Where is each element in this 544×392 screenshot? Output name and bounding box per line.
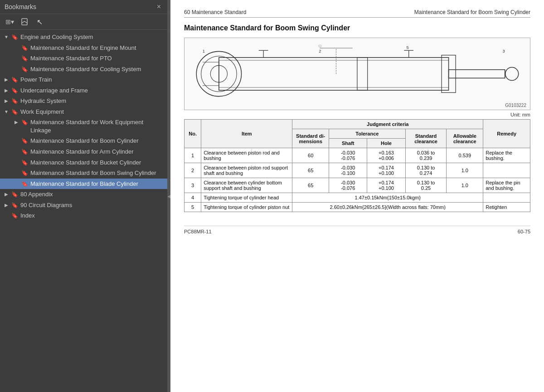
table-row: 5 Tightening torque of cylinder piston n… <box>185 203 530 212</box>
col-header-tolerance: Tolerance <box>329 129 406 139</box>
expand-icon: ▶ <box>3 191 10 198</box>
cell-stdclear: 0.130 to 0.274 <box>405 163 447 178</box>
cylinder-svg: 1 2 5 3 □ <box>193 42 521 106</box>
svg-rect-4 <box>219 58 449 90</box>
svg-text:3: 3 <box>503 49 505 53</box>
sidebar-item-bucket-cylinder[interactable]: 🔖 Maintenance Standard for Bucket Cylind… <box>0 157 167 168</box>
svg-text:□: □ <box>319 44 321 48</box>
sidebar-item-hydraulic[interactable]: ▶ 🔖 Hydraulic System <box>0 96 167 106</box>
table-row: 1 Clearance between piston rod and bushi… <box>185 148 530 163</box>
sidebar-title: Bookmarks <box>5 3 36 10</box>
cell-hole: +0.174 +0.100 <box>367 178 405 193</box>
page-title: Maintenance Standard for Boom Swing Cyli… <box>184 24 530 32</box>
sidebar-item-blade-cylinder[interactable]: 🔖 Maintenance Standard for Blade Cylinde… <box>0 179 167 189</box>
expand-icon: ▼ <box>3 109 10 115</box>
table-row: 2 Clearance between piston rod support s… <box>185 163 530 178</box>
cell-hole: +0.174 +0.100 <box>367 163 405 178</box>
cursor-icon: ↖ <box>37 18 43 26</box>
sidebar-item-label: Undercarriage and Frame <box>20 87 165 95</box>
sidebar-item-label: Work Equipment <box>20 108 165 116</box>
sidebar-item-label: Maintenance Standard for Boom Cylinder <box>30 137 165 145</box>
sidebar-item-power-train[interactable]: ▶ 🔖 Power Train <box>0 74 167 85</box>
sidebar-item-label: Power Train <box>20 76 165 84</box>
cell-stddim: 60 <box>292 148 329 163</box>
sidebar-item-appendix[interactable]: ▶ 🔖 80 Appendix <box>0 189 167 200</box>
cell-remedy <box>483 193 530 203</box>
sidebar-item-circuit[interactable]: ▶ 🔖 90 Circuit Diagrams <box>0 200 167 211</box>
sidebar-item-label: Maintenance Standard for PTO <box>30 54 165 63</box>
main-content: 60 Maintenance Standard Maintenance Stan… <box>170 0 544 392</box>
bookmark-icon-button[interactable] <box>19 17 30 27</box>
sidebar-item-label: Maintenance Standard for Boom Swing Cyli… <box>30 169 165 177</box>
cell-combined: 1.47±0.15kNm{150±15.0kgm} <box>292 193 483 203</box>
sidebar-item-label: Index <box>20 212 165 220</box>
unit-label: Unit: mm <box>184 112 530 117</box>
svg-rect-6 <box>449 70 505 78</box>
sidebar-item-engine-cooling[interactable]: ▼ 🔖 Engine and Cooling System <box>0 32 167 43</box>
col-header-stddim: Standard di-mensions <box>292 129 329 148</box>
sidebar-item-undercarriage[interactable]: ▶ 🔖 Undercarriage and Frame <box>0 85 167 96</box>
sidebar-item-work-equipment[interactable]: ▼ 🔖 Work Equipment <box>0 106 167 117</box>
sidebar-item-arm-cylinder[interactable]: 🔖 Maintenance Standard for Arm Cylinder <box>0 146 167 157</box>
cell-allowclear: 1.0 <box>447 163 483 178</box>
bookmark-icon: 🔖 <box>11 76 18 83</box>
diagram-code: G0103222 <box>505 103 526 108</box>
cell-shaft: -0.030 -0.076 <box>329 148 367 163</box>
page-footer: PC88MR-11 60-75 <box>184 226 530 234</box>
cell-no: 4 <box>185 193 201 203</box>
bookmark-icon: 🔖 <box>21 159 28 166</box>
cylinder-diagram: 1 2 5 3 □ G0103222 <box>184 38 530 110</box>
svg-rect-0 <box>22 19 27 25</box>
cell-no: 5 <box>185 203 201 212</box>
table-row: 3 Clearance between cylinder bottom supp… <box>185 178 530 193</box>
expand-icon: ▶ <box>3 77 10 83</box>
cell-shaft: -0.030 -0.100 <box>329 163 367 178</box>
sidebar-item-label: Maintenance Standard for Work Equipment … <box>30 118 165 134</box>
sidebar-item-label: Maintenance Standard for Engine Mount <box>30 44 165 52</box>
sidebar-item-engine-mount[interactable]: 🔖 Maintenance Standard for Engine Mount <box>0 43 167 53</box>
bookmark-icon: 🔖 <box>11 34 18 41</box>
expand-icon: ▶ <box>3 87 10 94</box>
sidebar-item-label: Maintenance Standard for Blade Cylinder <box>30 180 165 188</box>
cell-stddim: 65 <box>292 163 329 178</box>
sidebar-item-label: Maintenance Standard for Cooling System <box>30 65 165 73</box>
col-header-stdclear: Standard clearance <box>405 129 447 148</box>
table-row: 4 Tightening torque of cylinder head 1.4… <box>185 193 530 203</box>
bookmark-icon: 🔖 <box>21 180 28 188</box>
sidebar-item-boom-cylinder[interactable]: 🔖 Maintenance Standard for Boom Cylinder <box>0 136 167 146</box>
cell-remedy: Replace the pin and bushing. <box>483 178 530 193</box>
cell-item: Tightening torque of cylinder head <box>201 193 292 203</box>
cell-stddim: 65 <box>292 178 329 193</box>
sidebar-header: Bookmarks × <box>0 0 167 14</box>
sidebar-item-boom-swing-cylinder[interactable]: 🔖 Maintenance Standard for Boom Swing Cy… <box>0 168 167 179</box>
bookmark-icon: 🔖 <box>21 66 28 73</box>
cell-remedy: Replace the bushing. <box>483 148 530 163</box>
sidebar-item-cooling[interactable]: 🔖 Maintenance Standard for Cooling Syste… <box>0 64 167 75</box>
footer-right: 60-75 <box>518 229 530 234</box>
maintenance-table: No. Item Judgment criteria Remedy Standa… <box>184 119 530 212</box>
sidebar-item-index[interactable]: 🔖 Index <box>0 210 167 221</box>
cell-remedy <box>483 163 530 178</box>
page-header: 60 Maintenance Standard Maintenance Stan… <box>184 9 530 18</box>
sidebar-item-work-linkage[interactable]: ▶ 🔖 Maintenance Standard for Work Equipm… <box>0 117 167 136</box>
sidebar: Bookmarks × ⊞▾ ↖ ▼ 🔖 Engine and Cooling … <box>0 0 168 392</box>
footer-left: PC88MR-11 <box>184 229 212 234</box>
svg-point-7 <box>505 68 519 81</box>
cell-item: Tightening torque of cylinder piston nut <box>201 203 292 212</box>
sidebar-item-label: Hydraulic System <box>20 97 165 105</box>
sidebar-item-pto[interactable]: 🔖 Maintenance Standard for PTO <box>0 53 167 64</box>
view-options-button[interactable]: ⊞▾ <box>4 17 16 26</box>
bookmark-icon: 🔖 <box>11 202 18 209</box>
sidebar-item-label: Engine and Cooling System <box>20 33 165 41</box>
col-header-remedy: Remedy <box>483 120 530 148</box>
bookmark-icon: 🔖 <box>11 108 18 116</box>
cell-no: 2 <box>185 163 201 178</box>
close-button[interactable]: × <box>155 3 163 11</box>
sidebar-tree: ▼ 🔖 Engine and Cooling System 🔖 Maintena… <box>0 30 167 392</box>
svg-text:2: 2 <box>319 49 321 53</box>
cell-item: Clearance between piston rod and bushing <box>201 148 292 163</box>
col-header-no: No. <box>185 120 201 148</box>
col-header-item: Item <box>201 120 292 148</box>
cell-no: 1 <box>185 148 201 163</box>
col-header-allowclear: Allowable clearance <box>447 129 483 148</box>
